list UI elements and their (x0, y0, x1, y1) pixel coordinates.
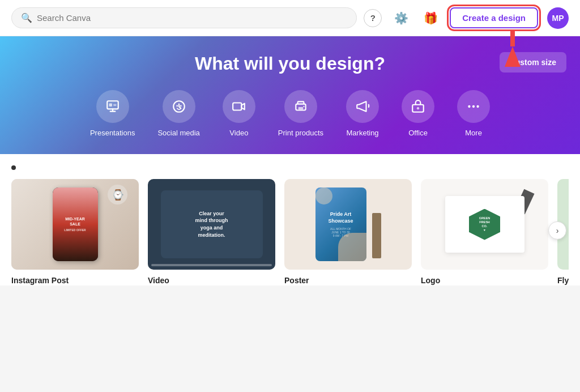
category-row: Presentations Social media Video Print p… (23, 90, 557, 137)
category-presentations[interactable]: Presentations (90, 90, 135, 137)
help-button[interactable]: ? (364, 9, 382, 27)
social-media-icon (163, 90, 195, 123)
gift-icon: 🎁 (424, 11, 438, 25)
search-bar: 🔍 (11, 7, 357, 28)
social-media-label: Social media (157, 129, 199, 137)
header-icons: ? ⚙️ 🎁 Create a design MP (364, 7, 569, 29)
instagram-thumb: ⌚ MID-YEARSALE LIMITED OFFER (11, 179, 139, 270)
gift-button[interactable]: 🎁 (420, 8, 441, 28)
category-marketing[interactable]: Marketing (346, 90, 379, 137)
template-card-video[interactable]: Clear yourmind throughyoga andmeditation… (148, 179, 275, 286)
svg-point-11 (417, 107, 419, 109)
templates-row: ⌚ MID-YEARSALE LIMITED OFFER Instagram P… (11, 179, 569, 286)
category-social-media[interactable]: Social media (157, 90, 199, 137)
chevron-right-icon: › (556, 226, 559, 235)
office-label: Office (408, 129, 428, 137)
poster-thumb: Pride ArtShowcase ALL MONTH OFJUNE 1 TO … (284, 179, 412, 270)
svg-point-14 (476, 105, 479, 108)
logo-label: Logo (421, 276, 440, 285)
logo-thumb: GREENFRESHCO.♥ (421, 179, 548, 270)
svg-rect-2 (113, 104, 116, 106)
more-icon (457, 90, 490, 123)
marketing-icon (346, 90, 379, 123)
video-label: Video (229, 129, 248, 137)
svg-rect-0 (107, 101, 118, 109)
flyer-label: Flye (557, 276, 569, 285)
template-card-logo[interactable]: GREENFRESHCO.♥ Logo (421, 179, 548, 286)
settings-button[interactable]: ⚙️ (391, 8, 411, 28)
category-more[interactable]: More (457, 90, 490, 137)
video-card-label: Video (148, 276, 169, 285)
video-thumb: Clear yourmind throughyoga andmeditation… (148, 179, 275, 270)
category-video[interactable]: Video (223, 90, 255, 137)
hero-title: What will you design? (23, 53, 557, 74)
templates-wrapper: ⌚ MID-YEARSALE LIMITED OFFER Instagram P… (11, 179, 569, 286)
more-label: More (465, 129, 482, 137)
svg-rect-1 (109, 104, 112, 106)
svg-point-13 (472, 105, 475, 108)
search-input[interactable] (37, 13, 347, 23)
video-icon (223, 90, 255, 123)
content-area: ⌚ MID-YEARSALE LIMITED OFFER Instagram P… (0, 154, 580, 286)
poster-label: Poster (284, 276, 309, 285)
hero-banner: What will you design? Custom size Presen… (0, 36, 580, 154)
instagram-label: Instagram Post (11, 276, 69, 285)
help-icon: ? (370, 13, 376, 23)
print-products-label: Print products (278, 129, 323, 137)
create-design-button[interactable]: Create a design (450, 7, 538, 28)
custom-size-button[interactable]: Custom size (500, 52, 566, 73)
svg-point-9 (303, 106, 304, 107)
presentations-label: Presentations (90, 129, 135, 137)
print-products-icon (284, 90, 317, 123)
svg-point-4 (176, 105, 178, 107)
template-card-poster[interactable]: Pride ArtShowcase ALL MONTH OFJUNE 1 TO … (284, 179, 412, 286)
svg-rect-6 (233, 103, 241, 110)
marketing-label: Marketing (347, 129, 379, 137)
dot-indicator (11, 165, 16, 170)
svg-point-5 (180, 105, 182, 107)
svg-point-12 (468, 105, 470, 108)
category-print-products[interactable]: Print products (278, 90, 323, 137)
svg-rect-8 (298, 107, 304, 109)
category-office[interactable]: Office (402, 90, 434, 137)
next-button[interactable]: › (548, 221, 566, 240)
header: 🔍 ? ⚙️ 🎁 Create a design MP (0, 0, 580, 36)
office-icon (402, 90, 434, 123)
template-card-instagram[interactable]: ⌚ MID-YEARSALE LIMITED OFFER Instagram P… (11, 179, 139, 286)
presentations-icon (96, 90, 129, 123)
avatar[interactable]: MP (547, 7, 569, 29)
settings-icon: ⚙️ (394, 11, 408, 25)
search-icon: 🔍 (21, 12, 32, 23)
